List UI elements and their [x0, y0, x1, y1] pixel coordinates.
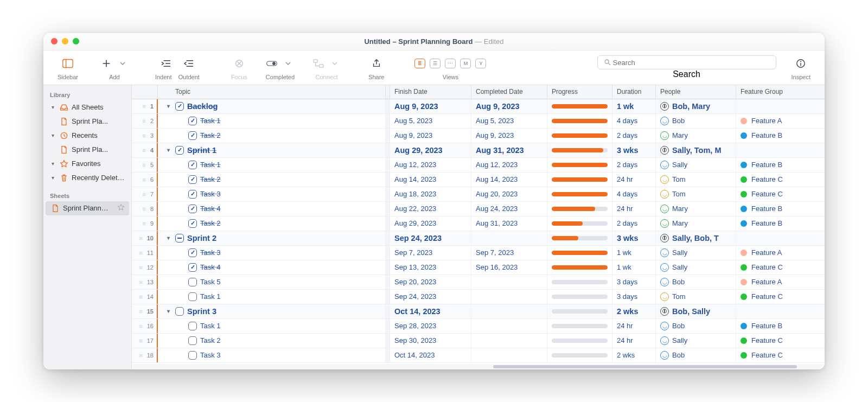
column-header-topic[interactable]: Topic	[158, 85, 386, 99]
progress-cell[interactable]	[547, 114, 612, 128]
duration-cell[interactable]: 24 hr	[612, 334, 656, 348]
feature-cell[interactable]: Feature C	[736, 290, 825, 304]
duration-cell[interactable]: 2 days	[612, 129, 656, 143]
table-row[interactable]: ≡13Task 5Sep 20, 20233 days◡BobFeature A	[132, 275, 825, 290]
table-row[interactable]: ≡8Task 4Aug 22, 2023Aug 24, 202324 hr◡Ma…	[132, 202, 825, 216]
table-row[interactable]: ≡5Task 1Aug 12, 2023Aug 12, 20232 days◡S…	[132, 158, 825, 173]
completed-dropdown-icon[interactable]	[283, 59, 293, 68]
finish-date-cell[interactable]: Aug 18, 2023	[390, 187, 471, 201]
people-cell[interactable]: ◡Bob	[656, 319, 736, 333]
checkbox[interactable]	[175, 307, 184, 316]
minimize-window-button[interactable]	[62, 38, 68, 44]
duration-cell[interactable]: 24 hr	[612, 202, 656, 216]
checkbox[interactable]	[188, 131, 197, 140]
checkbox[interactable]	[188, 205, 197, 213]
table-row[interactable]: ≡15▾Sprint 3Oct 14, 20232 wks⦷Bob, Sally	[132, 304, 825, 319]
add-button[interactable]	[101, 59, 112, 68]
duration-cell[interactable]: 3 days	[612, 275, 656, 289]
disclosure-chevron-icon[interactable]: ▾	[164, 308, 172, 314]
finish-date-cell[interactable]: Aug 12, 2023	[390, 158, 471, 172]
duration-cell[interactable]: 24 hr	[612, 173, 656, 187]
feature-cell[interactable]: Feature C	[736, 173, 825, 187]
drag-handle-icon[interactable]: ≡	[142, 162, 146, 168]
finish-date-cell[interactable]: Aug 29, 2023	[390, 216, 471, 231]
search-box[interactable]	[597, 55, 776, 69]
view-outline-icon[interactable]: ≣	[414, 59, 425, 68]
topic-cell[interactable]: ▾Backlog	[158, 99, 386, 113]
table-row[interactable]: ≡16Task 1Sep 28, 202324 hr◡BobFeature B	[132, 319, 825, 334]
table-row[interactable]: ≡2Task 1Aug 5, 2023Aug 5, 20234 days◡Bob…	[132, 114, 825, 129]
row-gutter[interactable]: ≡11	[132, 246, 158, 260]
row-gutter[interactable]: ≡10	[132, 231, 158, 245]
column-header-feature[interactable]: Feature Group	[736, 85, 825, 99]
row-gutter[interactable]: ≡12	[132, 260, 158, 275]
duration-cell[interactable]: 2 wks	[612, 348, 656, 362]
people-cell[interactable]: ◡Bob	[656, 275, 736, 289]
progress-cell[interactable]	[547, 246, 612, 260]
scrollbar-thumb[interactable]	[493, 365, 797, 368]
people-cell[interactable]: ◡Mary	[656, 216, 736, 231]
drag-handle-icon[interactable]: ≡	[139, 308, 143, 315]
drag-handle-icon[interactable]: ≡	[139, 250, 143, 256]
connect-dropdown-icon[interactable]	[329, 59, 340, 68]
column-header-progress[interactable]: Progress	[547, 85, 612, 99]
duration-cell[interactable]: 3 wks	[612, 231, 656, 245]
checkbox[interactable]	[188, 351, 197, 360]
sidebar-item-all-sheets[interactable]: ▾ All Sheets	[43, 100, 131, 114]
finish-date-cell[interactable]: Aug 22, 2023	[390, 202, 471, 216]
completed-date-cell[interactable]: Aug 12, 2023	[471, 158, 547, 172]
duration-cell[interactable]: 4 days	[612, 114, 656, 128]
feature-cell[interactable]: Feature B	[736, 129, 825, 143]
table-row[interactable]: ≡17Task 2Sep 30, 202324 hr◡SallyFeature …	[132, 334, 825, 348]
sidebar-sheet-item[interactable]: Sprint Plann…	[46, 201, 129, 215]
row-gutter[interactable]: ≡9	[132, 216, 158, 231]
topic-cell[interactable]: Task 1	[158, 319, 386, 333]
disclosure-chevron-icon[interactable]: ▾	[164, 235, 172, 241]
checkbox[interactable]	[188, 292, 197, 301]
row-gutter[interactable]: ≡14	[132, 290, 158, 304]
row-gutter[interactable]: ≡2	[132, 114, 158, 128]
row-gutter[interactable]: ≡16	[132, 319, 158, 333]
completed-date-cell[interactable]: Aug 20, 2023	[471, 187, 547, 201]
people-cell[interactable]: ◡Sally	[656, 260, 736, 275]
add-dropdown-icon[interactable]	[117, 59, 128, 68]
finish-date-cell[interactable]: Sep 13, 2023	[390, 260, 471, 275]
zoom-window-button[interactable]	[73, 38, 79, 44]
topic-cell[interactable]: Task 4	[158, 202, 386, 216]
people-cell[interactable]: ◡Mary	[656, 129, 736, 143]
table-row[interactable]: ≡1▾BacklogAug 9, 2023Aug 9, 20231 wk⦷Bob…	[132, 99, 825, 114]
duration-cell[interactable]: 4 days	[612, 187, 656, 201]
progress-cell[interactable]	[547, 173, 612, 187]
finish-date-cell[interactable]: Aug 9, 2023	[390, 99, 471, 113]
completed-date-cell[interactable]	[471, 290, 547, 304]
progress-cell[interactable]	[547, 260, 612, 275]
feature-cell[interactable]	[736, 304, 825, 318]
completed-toggle[interactable]	[266, 59, 277, 68]
topic-cell[interactable]: Task 1	[158, 290, 386, 304]
duration-cell[interactable]: 2 days	[612, 158, 656, 172]
duration-cell[interactable]: 1 wk	[612, 99, 656, 113]
search-input[interactable]	[613, 59, 771, 67]
checkbox[interactable]	[188, 278, 197, 286]
progress-cell[interactable]	[547, 290, 612, 304]
people-cell[interactable]: ◡Bob	[656, 348, 736, 362]
drag-handle-icon[interactable]: ≡	[139, 293, 143, 300]
finish-date-cell[interactable]: Aug 14, 2023	[390, 173, 471, 187]
view-year-icon[interactable]: Y	[475, 59, 486, 68]
horizontal-scrollbar[interactable]	[132, 364, 825, 369]
drag-handle-icon[interactable]: ≡	[142, 206, 146, 212]
share-button[interactable]	[371, 59, 382, 68]
row-gutter[interactable]: ≡18	[132, 348, 158, 362]
table-row[interactable]: ≡6Task 2Aug 14, 2023Aug 14, 202324 hr◡To…	[132, 173, 825, 187]
feature-cell[interactable]: Feature C	[736, 260, 825, 275]
duration-cell[interactable]: 24 hr	[612, 319, 656, 333]
sidebar-item-favorites[interactable]: ▾ Favorites	[43, 157, 131, 171]
checkbox[interactable]	[188, 161, 197, 169]
checkbox[interactable]	[175, 234, 184, 243]
sidebar-toggle-icon[interactable]	[62, 59, 73, 68]
topic-cell[interactable]: ▾Sprint 3	[158, 304, 386, 318]
connect-button[interactable]	[313, 59, 324, 68]
checkbox[interactable]	[175, 146, 184, 155]
topic-cell[interactable]: ▾Sprint 2	[158, 231, 386, 245]
finish-date-cell[interactable]: Aug 29, 2023	[390, 143, 471, 157]
